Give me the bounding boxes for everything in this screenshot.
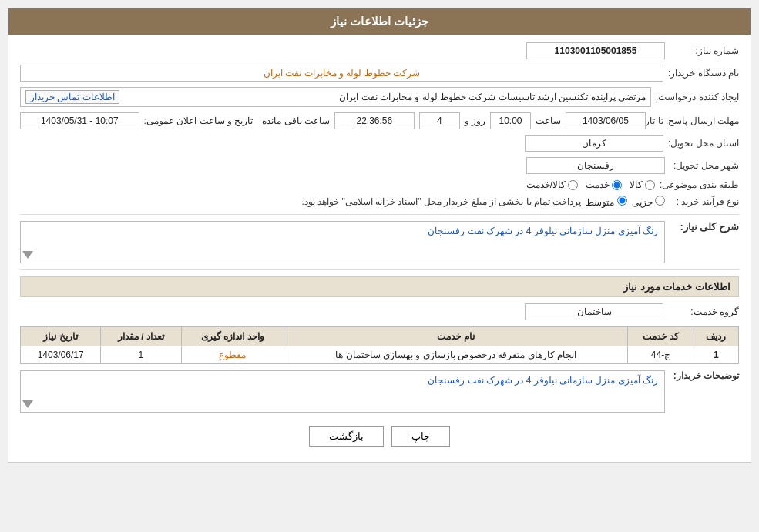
button-row: چاپ بازگشت — [20, 418, 739, 454]
back-button[interactable]: بازگشت — [309, 426, 384, 447]
sharh-koli-value: رنگ آمیزی منزل سازمانی نیلوفر 4 در شهرک … — [428, 226, 658, 236]
roz-value: 4 — [419, 112, 460, 129]
tabaqe-kala-text: کالا — [630, 179, 643, 190]
tarikh-value: 1403/06/05 — [566, 112, 646, 129]
ijad-konande-row: ایجاد کننده درخواست: مرتضی پراینده تکنسی… — [20, 87, 739, 107]
elan-label: تاریخ و ساعت اعلان عمومی: — [144, 115, 254, 126]
table-header-row: ردیف کد خدمت نام خدمت واحد اندازه گیری ت… — [21, 327, 739, 346]
shahr-value: رفسنجان — [526, 157, 665, 174]
saat-value: 10:00 — [490, 112, 531, 129]
col-tedad: تعداد / مقدار — [101, 327, 181, 346]
resize-icon — [22, 251, 33, 259]
tabaqe-kala-label[interactable]: کالا — [630, 179, 655, 190]
grouh-khadmat-value: ساختمان — [525, 303, 663, 320]
tabaqe-row: طبقه بندی موضوعی: کالا خدمت کالا/خدمت — [20, 179, 739, 190]
cell-tarikh: 1403/06/17 — [21, 346, 101, 364]
services-table: ردیف کد خدمت نام خدمت واحد اندازه گیری ت… — [20, 326, 739, 364]
card-header: جزئیات اطلاعات نیاز — [8, 8, 751, 35]
mande-label: ساعت باقی مانده — [262, 115, 330, 126]
tabaqe-khadmat-label[interactable]: خدمت — [586, 179, 622, 190]
sharh-koli-row: شرح کلی نیاز: رنگ آمیزی منزل سازمانی نیل… — [20, 221, 739, 263]
farayand-mottavasset-label[interactable]: متوسط — [586, 196, 626, 208]
grouh-khadmat-label: گروه خدمت: — [670, 306, 739, 317]
farayand-mottavasset-text: متوسط — [586, 197, 614, 208]
sharh-koli-section-title: شرح کلی نیاز: — [670, 221, 739, 233]
tabaqe-khadmat-text: خدمت — [586, 179, 610, 190]
noe-farayand-row: نوع فرآیند خرید : جزیی متوسط پرداخت تمام… — [20, 196, 739, 208]
page-wrapper: جزئیات اطلاعات نیاز شماره نیاز: 11030011… — [0, 0, 759, 470]
shahr-label: شهر محل تحویل: — [670, 160, 739, 171]
tosih-kharidar-value: رنگ آمیزی منزل سازمانی نیلوفر 4 در شهرک … — [428, 375, 658, 386]
nam-dastgah-value: شرکت خطوط لوله و مخابرات نفت ایران — [20, 65, 663, 82]
ijad-konande-text: مرتضی پراینده تکنسین ارشد تاسیسات شرکت خ… — [126, 92, 646, 102]
khadamat-section-title: اطلاعات خدمات مورد نیاز — [20, 276, 739, 297]
grouh-khadmat-row: گروه خدمت: ساختمان — [20, 303, 739, 320]
nam-dastgah-label: نام دستگاه خریدار: — [668, 68, 739, 79]
farayand-mottavasset-radio[interactable] — [617, 196, 627, 206]
shomare-niaz-row: شماره نیاز: 1103001105001855 — [20, 42, 739, 59]
nam-dastgah-row: نام دستگاه خریدار: شرکت خطوط لوله و مخاب… — [20, 65, 739, 82]
farayand-jozi-text: جزیی — [632, 197, 653, 208]
farayand-jozi-label[interactable]: جزیی — [632, 196, 665, 208]
shomare-niaz-value: 1103001105001855 — [526, 42, 665, 59]
tabaqe-kala-khadmat-radio[interactable] — [568, 180, 578, 190]
tosih-kharidar-label: توضیحات خریدار: — [670, 370, 739, 381]
tabaqe-khadmat-radio[interactable] — [612, 180, 622, 190]
table-head: ردیف کد خدمت نام خدمت واحد اندازه گیری ت… — [21, 327, 739, 346]
resize-handle — [22, 249, 35, 261]
main-card: جزئیات اطلاعات نیاز شماره نیاز: 11030011… — [8, 8, 751, 463]
tosih-kharidar-box: رنگ آمیزی منزل سازمانی نیلوفر 4 در شهرک … — [20, 370, 665, 413]
farayand-jozi-radio[interactable] — [655, 196, 665, 206]
cell-nam: انجام کارهای متفرقه درخصوص بازسازی و بهس… — [284, 346, 628, 364]
header-title: جزئیات اطلاعات نیاز — [331, 15, 428, 28]
etelaatTamas-link[interactable]: اطلاعات تماس خریدار — [25, 90, 119, 104]
roz-label: روز و — [465, 115, 485, 126]
ostan-value: کرمان — [525, 135, 663, 152]
tabaqe-kala-radio[interactable] — [645, 180, 655, 190]
shomare-niaz-label: شماره نیاز: — [670, 45, 739, 56]
ostan-label: استان محل تحویل: — [668, 138, 739, 149]
saat-label: ساعت — [536, 115, 561, 126]
separator-1 — [20, 214, 739, 215]
tosih-kharidar-row: توضیحات خریدار: رنگ آمیزی منزل سازمانی ن… — [20, 370, 739, 413]
process-row: جزیی متوسط پرداخت تمام یا بخشی از مبلغ خ… — [301, 196, 665, 208]
resize-handle-2 — [22, 399, 35, 410]
table-body: 1 ج-44 انجام کارهای متفرقه درخصوص بازساز… — [21, 346, 739, 364]
tabaqe-label: طبقه بندی موضوعی: — [660, 179, 739, 190]
tabaqe-kala-khadmat-text: کالا/خدمت — [526, 179, 566, 190]
print-button[interactable]: چاپ — [391, 426, 450, 447]
col-nam: نام خدمت — [284, 327, 628, 346]
cell-tedad: 1 — [101, 346, 181, 364]
elan-value: 1403/05/31 - 10:07 — [20, 112, 139, 129]
noe-farayand-label: نوع فرآیند خرید : — [670, 196, 739, 207]
resize-icon-2 — [22, 400, 33, 408]
cell-vahed: مقطوع — [181, 346, 284, 364]
tabaqe-radio-group: کالا خدمت کالا/خدمت — [526, 179, 655, 190]
card-body: شماره نیاز: 1103001105001855 نام دستگاه … — [8, 35, 751, 462]
col-radif: ردیف — [694, 327, 738, 346]
farayand-note: پرداخت تمام یا بخشی از مبلغ خریدار محل "… — [301, 196, 581, 207]
tabaqe-kala-khadmat-label[interactable]: کالا/خدمت — [526, 179, 578, 190]
ostan-row: استان محل تحویل: کرمان — [20, 135, 739, 152]
col-kod: کد خدمت — [628, 327, 694, 346]
mande-value: 22:36:56 — [334, 112, 415, 129]
mohlat-label: مهلت ارسال پاسخ: تا تاریخ: — [650, 115, 739, 126]
col-tarikh: تاریخ نیاز — [21, 327, 101, 346]
mohlat-row: مهلت ارسال پاسخ: تا تاریخ: 1403/06/05 سا… — [20, 112, 739, 129]
cell-radif: 1 — [694, 346, 738, 364]
col-vahed: واحد اندازه گیری — [181, 327, 284, 346]
cell-kod: ج-44 — [628, 346, 694, 364]
sharh-koli-box: رنگ آمیزی منزل سازمانی نیلوفر 4 در شهرک … — [20, 221, 665, 263]
shahr-row: شهر محل تحویل: رفسنجان — [20, 157, 739, 174]
table-row: 1 ج-44 انجام کارهای متفرقه درخصوص بازساز… — [21, 346, 739, 364]
separator-2 — [20, 269, 739, 270]
ijad-konande-value: مرتضی پراینده تکنسین ارشد تاسیسات شرکت خ… — [20, 87, 651, 107]
ijad-konande-label: ایجاد کننده درخواست: — [656, 92, 739, 102]
